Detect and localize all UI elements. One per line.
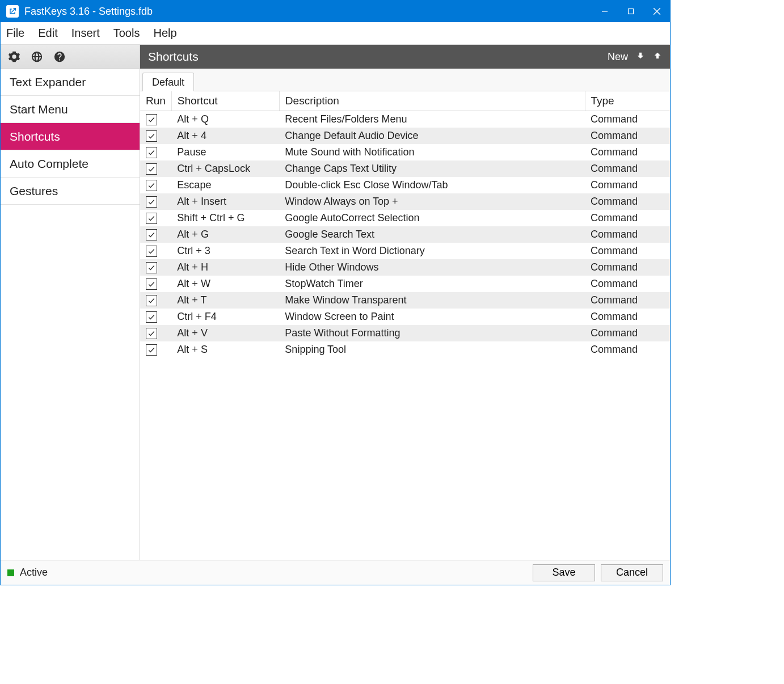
close-button[interactable] <box>644 1 670 22</box>
cell-description: Window Screen to Paint <box>279 309 585 325</box>
cell-shortcut: Alt + H <box>171 259 279 276</box>
sidebar-item-label: Gestures <box>10 184 58 198</box>
table-row[interactable]: Alt + HHide Other WindowsCommand <box>140 259 670 276</box>
gear-icon[interactable] <box>7 50 21 64</box>
maximize-button[interactable] <box>618 1 644 22</box>
menu-edit[interactable]: Edit <box>38 27 57 40</box>
cell-description: Snipping Tool <box>279 341 585 358</box>
cell-description: Recent Files/Folders Menu <box>279 111 585 128</box>
cell-description: Change Default Audio Device <box>279 128 585 144</box>
cell-description: Make Window Transparent <box>279 292 585 309</box>
table-row[interactable]: Alt + QRecent Files/Folders MenuCommand <box>140 111 670 128</box>
sidebar-item-shortcuts[interactable]: Shortcuts <box>1 123 140 150</box>
sidebar-item-auto-complete[interactable]: Auto Complete <box>1 150 140 178</box>
window-title: FastKeys 3.16 - Settings.fdb <box>24 6 592 18</box>
run-checkbox[interactable] <box>146 328 157 339</box>
menu-file[interactable]: File <box>6 27 24 40</box>
cell-description: Search Text in Word Dictionary <box>279 243 585 259</box>
table-row[interactable]: PauseMute Sound with NotificationCommand <box>140 144 670 161</box>
run-checkbox[interactable] <box>146 229 157 240</box>
cell-type: Command <box>585 325 670 341</box>
menubar: File Edit Insert Tools Help <box>1 22 670 45</box>
run-checkbox[interactable] <box>146 278 157 290</box>
move-down-button[interactable] <box>636 51 645 63</box>
run-checkbox[interactable] <box>146 344 157 356</box>
run-checkbox[interactable] <box>146 262 157 273</box>
table-row[interactable]: Alt + GGoogle Search TextCommand <box>140 226 670 243</box>
help-icon[interactable] <box>53 50 66 64</box>
tab-default[interactable]: Default <box>142 73 194 91</box>
sidebar-toolbar <box>1 45 140 69</box>
run-checkbox[interactable] <box>146 295 157 306</box>
cell-shortcut: Shift + Ctrl + G <box>171 210 279 226</box>
table-row[interactable]: Alt + WStopWatch TimerCommand <box>140 276 670 292</box>
content-title: Shortcuts <box>148 50 608 64</box>
cell-type: Command <box>585 259 670 276</box>
run-checkbox[interactable] <box>146 311 157 323</box>
content-header: Shortcuts New <box>140 45 670 69</box>
col-header-run[interactable]: Run <box>140 91 171 111</box>
run-checkbox[interactable] <box>146 180 157 191</box>
menu-insert[interactable]: Insert <box>71 27 100 40</box>
globe-icon[interactable] <box>30 50 44 64</box>
col-header-description[interactable]: Description <box>279 91 585 111</box>
run-checkbox[interactable] <box>146 196 157 208</box>
table-row[interactable]: Ctrl + F4Window Screen to PaintCommand <box>140 309 670 325</box>
table-row[interactable]: Alt + SSnipping ToolCommand <box>140 341 670 358</box>
minimize-button[interactable] <box>592 1 618 22</box>
table-row[interactable]: Ctrl + CapsLockChange Caps Text UtilityC… <box>140 161 670 177</box>
menu-tools[interactable]: Tools <box>113 27 140 40</box>
move-up-button[interactable] <box>653 51 662 63</box>
cell-shortcut: Alt + 4 <box>171 128 279 144</box>
run-checkbox[interactable] <box>146 213 157 224</box>
run-checkbox[interactable] <box>146 130 157 142</box>
main-area: Text Expander Start Menu Shortcuts Auto … <box>1 45 670 560</box>
table-row[interactable]: Alt + 4Change Default Audio DeviceComman… <box>140 128 670 144</box>
new-button[interactable]: New <box>608 51 628 63</box>
cell-shortcut: Ctrl + F4 <box>171 309 279 325</box>
sidebar: Text Expander Start Menu Shortcuts Auto … <box>1 45 140 560</box>
cell-type: Command <box>585 292 670 309</box>
sidebar-item-label: Text Expander <box>10 75 86 89</box>
run-checkbox[interactable] <box>146 246 157 257</box>
sidebar-item-label: Shortcuts <box>10 130 60 143</box>
status-label: Active <box>20 567 48 579</box>
run-checkbox[interactable] <box>146 163 157 175</box>
cell-type: Command <box>585 128 670 144</box>
cell-description: Change Caps Text Utility <box>279 161 585 177</box>
cell-type: Command <box>585 161 670 177</box>
sidebar-item-start-menu[interactable]: Start Menu <box>1 96 140 123</box>
sidebar-item-gestures[interactable]: Gestures <box>1 178 140 205</box>
table-row[interactable]: Alt + TMake Window TransparentCommand <box>140 292 670 309</box>
cell-description: Double-click Esc Close Window/Tab <box>279 177 585 193</box>
shortcuts-table: Run Shortcut Description Type Alt + QRec… <box>140 91 670 358</box>
run-checkbox[interactable] <box>146 147 157 158</box>
cell-description: Paste Without Formatting <box>279 325 585 341</box>
sidebar-item-text-expander[interactable]: Text Expander <box>1 69 140 96</box>
menu-help[interactable]: Help <box>153 27 176 40</box>
status-indicator-icon <box>7 569 14 576</box>
cell-shortcut: Alt + T <box>171 292 279 309</box>
cell-shortcut: Alt + S <box>171 341 279 358</box>
cell-description: Google Search Text <box>279 226 585 243</box>
cancel-button[interactable]: Cancel <box>601 564 663 581</box>
cell-type: Command <box>585 309 670 325</box>
save-button[interactable]: Save <box>533 564 595 581</box>
col-header-type[interactable]: Type <box>585 91 670 111</box>
table-row[interactable]: Alt + VPaste Without FormattingCommand <box>140 325 670 341</box>
run-checkbox[interactable] <box>146 114 157 125</box>
col-header-shortcut[interactable]: Shortcut <box>171 91 279 111</box>
cell-shortcut: Alt + Insert <box>171 193 279 210</box>
cell-description: StopWatch Timer <box>279 276 585 292</box>
cell-type: Command <box>585 177 670 193</box>
table-row[interactable]: Shift + Ctrl + GGoogle AutoCorrect Selec… <box>140 210 670 226</box>
cell-description: Window Always on Top + <box>279 193 585 210</box>
cell-shortcut: Alt + Q <box>171 111 279 128</box>
table-row[interactable]: Ctrl + 3Search Text in Word DictionaryCo… <box>140 243 670 259</box>
sidebar-item-label: Start Menu <box>10 103 68 116</box>
table-row[interactable]: EscapeDouble-click Esc Close Window/TabC… <box>140 177 670 193</box>
cell-type: Command <box>585 341 670 358</box>
cell-type: Command <box>585 226 670 243</box>
cell-type: Command <box>585 111 670 128</box>
table-row[interactable]: Alt + InsertWindow Always on Top +Comman… <box>140 193 670 210</box>
